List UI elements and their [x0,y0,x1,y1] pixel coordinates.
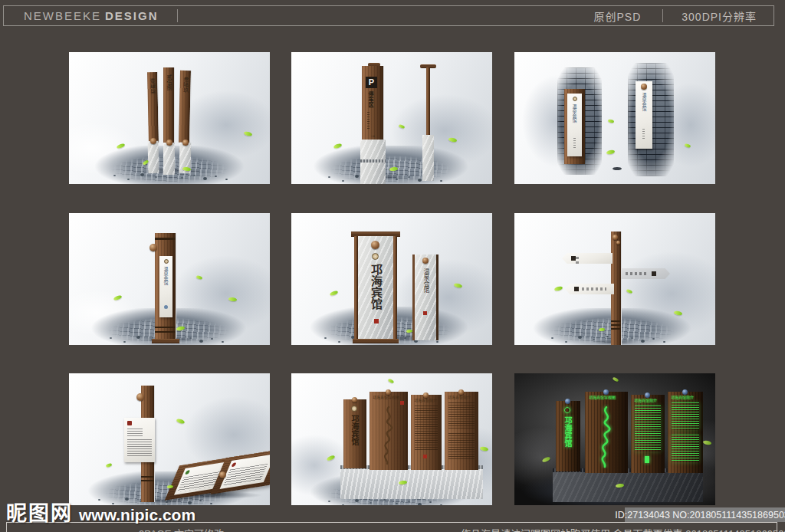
brand-logo: NEWBEEKEDESIGN [4,9,159,22]
marble-platform [340,465,483,499]
post-band [611,320,621,322]
dark-platform [553,468,703,502]
stele-wood: 贰伍捌 [163,67,175,143]
mockup-panel-stone-monument: 邛海宾馆 温泉会馆 [291,213,492,345]
emblem-icon [372,253,379,260]
knob [352,397,357,402]
emblem-icon [351,406,357,412]
badge-original-psd: 原创PSD [594,8,642,24]
stele-wood: 壹肆柒 [147,72,159,143]
screen-board-title-night: 邛海宾馆 [556,401,580,471]
leaf [106,463,113,468]
notice-title-lines [127,429,143,436]
mockup-panel-guide-screen-day: 邛海宾馆 邛海宾馆导视图 邛海宾馆简介 邛海宾馆简介 [291,373,492,505]
spring-hall-plaque: 温泉会馆 [636,81,652,149]
emblem-icon-glow [564,407,570,413]
screen-board-intro: 邛海宾馆简介 [445,392,478,470]
knob [136,393,144,401]
board-text-lines [223,464,268,487]
emblem-icon [164,259,169,264]
blade-text-lines [576,257,579,283]
knob [603,389,609,395]
knob [616,241,620,245]
blade-emblem [574,287,579,291]
mockup-panel-fingerpost [514,213,715,345]
badge-dpi: 300DPI分辨率 [682,8,757,24]
screen-board-map-night: 邛海宾馆导视图 [585,392,628,473]
engraved-text-lines [448,433,475,459]
monument-rail-left [354,236,358,340]
pole-stone-base [422,135,434,181]
seal-stamp-icon [645,456,649,463]
header-divider [177,9,178,22]
knob [458,389,464,395]
direction-blade-left [565,284,614,294]
knob [150,138,156,144]
pillar-cap-band [155,238,176,240]
screen-board-intro-night: 邛海宾馆简介 [668,392,703,473]
board-header: 邛海宾馆简介 [671,396,700,400]
notice-board [124,418,155,462]
board-header: 邛海宾馆导视图 [589,396,624,400]
ink-speckles [606,336,609,337]
post-band [611,328,621,330]
monument-rail-right [393,236,397,340]
blade-text-lines [626,272,649,275]
watermark-url: www.nipic.com [79,506,195,524]
pillar-band [155,331,176,333]
watermark: 昵图网 www.nipic.com [6,497,195,527]
plaque-text: 温泉会馆 [642,93,646,111]
mockup-panel-single-pillar: 温泉会馆 [69,213,270,345]
stele-text: 叁陆玖 [182,77,188,93]
leaf [554,286,563,292]
monument-foot [353,339,399,343]
arrow-glyph: → [370,132,376,139]
mockup-panel-guide-screen-night: 邛海宾馆 邛海宾馆导视图 邛海宾馆简介 邛海宾馆简介 [514,373,715,505]
board-emblem [185,470,190,475]
knob [166,140,172,146]
bottom-strip-right-text: 作品海量请访问昵图网站购买使用 会员下载更优惠 2018051114351869… [461,526,785,532]
base-band [360,159,386,163]
engraved-text-lines [448,402,475,429]
board-header: 邛海宾馆简介 [634,399,662,403]
leaf [176,418,185,424]
image-id-bar: ID:27134043 NO:20180511143518695036 [625,507,785,522]
blade-emblem [652,271,656,276]
seal-stamp-icon [423,311,427,315]
board-header: 邛海宾馆简介 [414,399,438,403]
monument-side-text: 温泉会馆 [422,268,429,293]
seal-stamp-icon [374,319,379,323]
engraved-map-graphic [374,404,403,465]
screen-board-title: 邛海宾馆 [343,399,366,468]
knob [386,389,391,395]
glowing-text-lines [672,435,699,462]
mockup-panel-notice-lectern [69,373,270,505]
engraved-text-lines [415,406,438,450]
board-emblem [231,462,236,467]
leaf [606,149,616,155]
brand-text: NEWBEEKE [24,9,101,22]
board-title-text: 邛海宾馆 [563,416,571,447]
direction-blade-left [562,253,613,264]
post-band [141,480,154,481]
stele-text: 贰伍捌 [166,74,172,90]
header-bar: NEWBEEKEDESIGN 原创PSD 300DPI分辨率 [3,5,774,26]
board-title-text: 邛海宾馆 [350,415,358,445]
screen-board-map: 邛海宾馆导视图 [370,392,408,470]
knob [613,235,618,240]
glowing-map-graphic [591,404,622,468]
glowing-text-lines [635,406,661,452]
knob [422,258,429,264]
stele-stone-base [163,143,175,175]
knob [645,392,650,398]
emblem-dot [164,305,168,309]
mockup-panel-three-steles: 壹肆柒 贰伍捌 叁陆玖 [69,52,270,184]
knob [682,389,688,395]
stele-text: 壹肆柒 [149,78,155,94]
mockup-panel-brick-wall-signs: 温泉会馆 温泉会馆 [514,52,715,184]
glowing-text-lines [672,402,699,430]
post-band [141,476,154,478]
knob [423,392,429,398]
header-divider-right [662,9,663,22]
leaf [388,378,395,383]
